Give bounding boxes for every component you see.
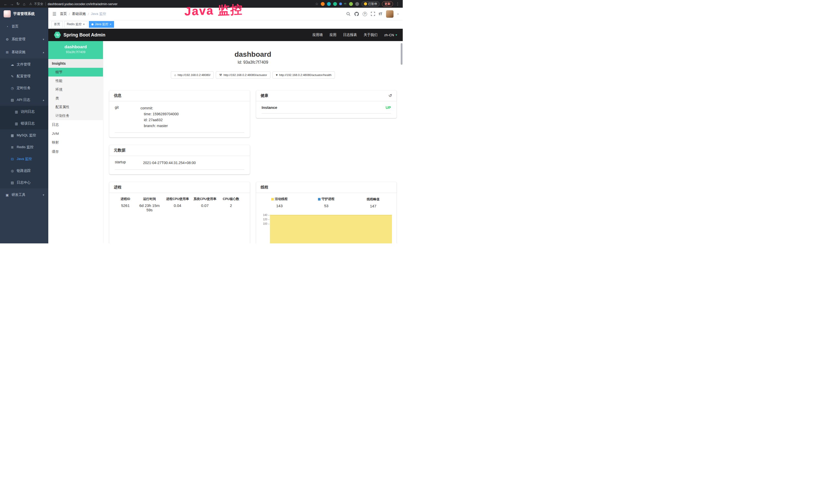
fullscreen-icon[interactable] <box>371 12 375 16</box>
search-icon[interactable] <box>346 12 351 16</box>
sba-item-details[interactable]: 细节 <box>48 68 103 76</box>
paused-badge[interactable]: 已暂停 <box>361 1 380 7</box>
browser-chrome: ← → ↻ ⌂ ⚠ 不安全 dashboard.yudao.iocoder.cn… <box>0 0 403 8</box>
sidebar-item-scheduled-tasks[interactable]: ◷ 定时任务 <box>0 82 48 94</box>
sba-item-loggers[interactable]: 日志 <box>48 120 103 130</box>
extension-icon-6[interactable] <box>349 2 353 6</box>
security-warning-icon: ⚠ <box>29 2 32 6</box>
sba-nav-journal[interactable]: 日志报表 <box>343 32 357 37</box>
close-icon[interactable]: × <box>83 23 85 26</box>
sba-instance-id: 93a3fc7f7409 <box>48 50 103 54</box>
extension-icon-3[interactable] <box>333 2 337 6</box>
close-icon[interactable]: × <box>110 23 111 26</box>
sidebar-item-infrastructure[interactable]: ⊞ 基础设施 ▴ <box>0 46 48 59</box>
info-row-git: git commit: time: 1596289704000 id: 27aa… <box>115 101 244 133</box>
threads-card-body: 活动线程 143 守护进程 53 <box>256 197 397 230</box>
sba-section-insights[interactable]: Insights <box>48 59 103 68</box>
sidebar-item-error-logs[interactable]: ▥ 错误日志 <box>0 118 48 130</box>
bookmark-star-icon[interactable]: ☆ <box>315 2 319 6</box>
url-text[interactable]: dashboard.yudao.iocoder.cn/infra/admin-s… <box>48 2 118 6</box>
update-button[interactable]: 更新 <box>382 1 393 7</box>
access-log-icon: ▥ <box>14 110 19 114</box>
trace-icon: ◎ <box>10 169 14 173</box>
sba-item-caches[interactable]: 缓存 <box>48 147 103 156</box>
redis-icon: ≣ <box>10 145 14 149</box>
help-icon[interactable]: ? <box>363 12 367 16</box>
chart-y-axis: 140 120 100 <box>259 212 269 230</box>
sidebar-item-home[interactable]: ◔ 首页 <box>0 20 48 33</box>
sidebar-item-java-monitor[interactable]: ⊡ Java 监控 <box>0 153 48 165</box>
tab-home[interactable]: 首页 <box>51 21 63 28</box>
extension-icon-7[interactable] <box>355 2 359 6</box>
breadcrumb-infrastructure[interactable]: 基础设施 <box>72 12 86 16</box>
tab-redis-monitor[interactable]: Redis 监控 × <box>64 21 87 28</box>
sidebar-item-config-management[interactable]: ✎ 配置管理 <box>0 70 48 82</box>
breadcrumb-home[interactable]: 首页 <box>60 12 67 16</box>
extension-icon-5[interactable]: on <box>344 3 347 5</box>
health-row-instance: Instance UP <box>262 101 391 113</box>
sidebar-item-log-center[interactable]: ▤ 日志中心 <box>0 177 48 188</box>
threads-card: 线程 活动线程 143 <box>256 182 397 244</box>
metadata-card-body: startup 2021-04-27T00:44:31.254+08:00 <box>109 156 250 174</box>
sidebar-item-label: 访问日志 <box>21 109 35 114</box>
breadcrumb-current: Java 监控 <box>91 12 106 16</box>
process-col-system-cpu: 系统CPU使用率 <box>192 197 217 201</box>
process-uptime-value: 6d 23h 15m 59s <box>136 203 162 212</box>
sidebar-item-access-logs[interactable]: ▥ 访问日志 <box>0 106 48 118</box>
sba-item-mappings[interactable]: 映射 <box>48 138 103 147</box>
git-branch: branch: master <box>140 123 178 129</box>
git-commit-time: time: 1596289704000 <box>140 111 178 117</box>
reload-icon[interactable]: ↻ <box>15 2 21 6</box>
app-logo-title: 芋道管理系统 <box>13 12 35 16</box>
tab-java-monitor[interactable]: Java 监控 × <box>89 21 114 28</box>
sidebar-item-redis-monitor[interactable]: ≣ Redis 监控 <box>0 141 48 153</box>
instance-link-actuator[interactable]: ⚒ http://192.168.0.2:48080/actuator <box>216 71 270 78</box>
address-bar[interactable]: ⚠ 不安全 dashboard.yudao.iocoder.cn/infra/a… <box>29 2 315 6</box>
font-size-icon[interactable]: tT <box>379 12 382 16</box>
extension-icon-1[interactable] <box>321 2 325 6</box>
tools-icon: ▣ <box>5 193 9 197</box>
sba-item-classes[interactable]: 类 <box>48 94 103 103</box>
sba-nav-applications[interactable]: 应用 <box>330 32 336 37</box>
extension-icon-2[interactable] <box>327 2 331 6</box>
sidebar-item-trace[interactable]: ◎ 链路追踪 <box>0 165 48 177</box>
threads-card-header: 线程 <box>256 182 397 193</box>
chart-plot-area <box>269 212 393 230</box>
active-threads-value: 143 <box>256 204 303 208</box>
daemon-threads-swatch <box>318 198 321 201</box>
process-table-values: 5261 6d 23h 15m 59s 0.04 0.07 2 <box>114 203 245 212</box>
github-icon[interactable] <box>354 12 359 16</box>
instance-id-line: Id: 93a3fc7f7409 <box>109 60 397 65</box>
sba-nav-wallboard[interactable]: 应用墙 <box>312 32 323 37</box>
dashboard-icon: ◔ <box>5 25 9 28</box>
sidebar-item-mysql-monitor[interactable]: ▦ MySQL 监控 <box>0 130 48 141</box>
forward-icon[interactable]: → <box>9 2 15 6</box>
sba-item-environment[interactable]: 环境 <box>48 85 103 94</box>
sidebar-item-file-management[interactable]: ☁ 文件管理 <box>0 59 48 70</box>
sba-instance-header[interactable]: dashboard 93a3fc7f7409 <box>48 41 103 59</box>
sidebar-item-dev-tools[interactable]: ▣ 研发工具 ▾ <box>0 188 48 201</box>
sidebar-item-system-management[interactable]: ⚙ 系统管理 ▾ <box>0 33 48 46</box>
user-avatar[interactable] <box>386 10 394 18</box>
sba-item-jvm[interactable]: JVM <box>48 130 103 138</box>
instance-link-health[interactable]: ♥ http://192.168.0.2:48080/actuator/heal… <box>272 71 335 78</box>
sba-item-performance[interactable]: 性能 <box>48 76 103 85</box>
browser-menu-icon[interactable]: ⋮ <box>395 2 400 6</box>
scrollbar-thumb[interactable] <box>401 43 402 65</box>
sidebar-toggle-icon[interactable]: ☰ <box>52 11 56 17</box>
home-icon[interactable]: ⌂ <box>21 2 27 6</box>
instance-link-root[interactable]: ⌂ http://192.168.0.2:48080/ <box>171 71 214 78</box>
legend-active-threads: 活动线程 143 <box>256 197 303 208</box>
avatar-caret-icon[interactable]: ▾ <box>397 13 399 16</box>
back-icon[interactable]: ← <box>3 2 9 6</box>
history-icon[interactable]: ↺ <box>389 93 392 98</box>
sba-item-scheduled-tasks[interactable]: 计划任务 <box>48 111 103 120</box>
sidebar-logo-bar[interactable]: 芋道管理系统 <box>0 8 48 20</box>
extension-icon-4[interactable] <box>339 3 342 5</box>
sba-item-config-props[interactable]: 配置属性 <box>48 103 103 111</box>
file-icon: ☁ <box>10 63 14 67</box>
sba-nav-about[interactable]: 关于我们 <box>364 32 378 37</box>
locale-selector[interactable]: zh-CN ▾ <box>384 33 397 37</box>
sidebar-item-label: Java 监控 <box>17 157 32 161</box>
sidebar-item-api-logs[interactable]: ▤ API 日志 ▴ <box>0 94 48 106</box>
